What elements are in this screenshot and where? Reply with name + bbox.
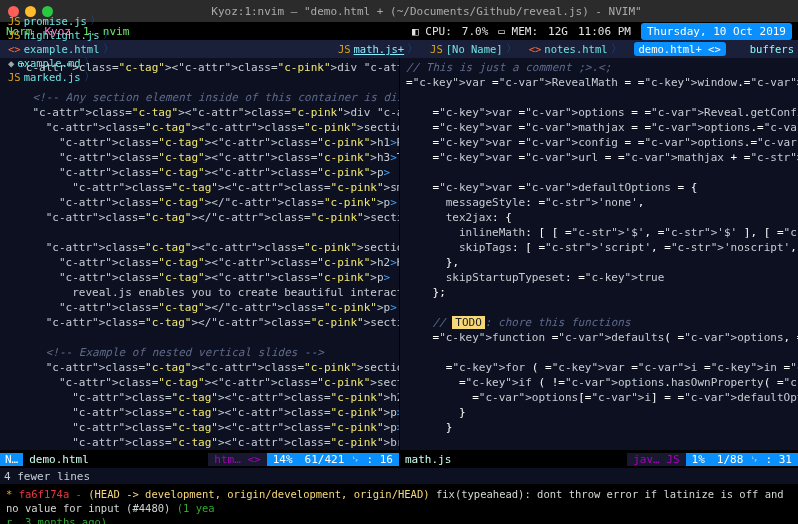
filetype-icon: <> (529, 43, 542, 55)
buffer-tab[interactable]: <>notes.html〉 (525, 42, 626, 56)
buffer-tab[interactable]: demo.html+ <> (630, 42, 730, 56)
left-filename: demo.html (23, 453, 95, 466)
date-badge: Thursday, 10 Oct 2019 (641, 23, 792, 40)
left-filetype: htm… <> (208, 453, 266, 466)
left-mode-badge: N… (0, 453, 23, 466)
cpu-value: 7.0% (462, 25, 489, 38)
right-percent: 1% (686, 453, 711, 466)
left-position: 61/421 ␊ : 16 (299, 453, 399, 466)
buffers-label: buffers (730, 43, 794, 55)
filetype-icon: JS (8, 15, 21, 27)
git-log-panel[interactable]: * fa6f174a - (HEAD -> development, origi… (0, 484, 798, 524)
vim-tabline: Norm Kyoz 1. nvim ◧ CPU: 7.0% ▭ MEM: 12G… (0, 22, 798, 40)
buffer-tab[interactable]: JShighlight.js〉 (4, 28, 118, 42)
right-filetype: jav… JS (627, 453, 685, 466)
filetype-icon: JS (430, 43, 443, 55)
git-log-line[interactable]: * fa6f174a - (HEAD -> development, origi… (6, 487, 792, 524)
clock: 11:06 PM (578, 25, 631, 38)
buffer-tab[interactable]: JSpromise.js〉 (4, 14, 118, 28)
right-pane[interactable]: // This is just a comment ;>.<;="c-key">… (399, 58, 798, 450)
right-filename: math.js (399, 453, 457, 466)
status-line: N… demo.html htm… <> 14% 61/421 ␊ : 16 m… (0, 450, 798, 468)
command-message: 4 fewer lines (0, 468, 798, 484)
window-titlebar: Kyoz:1:nvim — "demo.html + (~/Documents/… (0, 0, 798, 22)
window-title: Kyoz:1:nvim — "demo.html + (~/Documents/… (63, 5, 790, 18)
right-position: 1/88 ␊ : 31 (711, 453, 798, 466)
buffer-tab[interactable]: <>example.html〉 (4, 42, 118, 56)
buffer-tab[interactable]: JSmath.js+〉 (334, 42, 422, 56)
buffer-line: JSpromise.js〉JShighlight.js〉<>example.ht… (0, 40, 798, 58)
left-percent: 14% (267, 453, 299, 466)
filetype-icon: JS (338, 43, 351, 55)
editor-panes: "c-attr">class="c-tag"><"c-attr">class="… (0, 58, 798, 450)
filetype-icon: <> (8, 43, 21, 55)
buffer-tab[interactable]: JS[No Name]〉 (426, 42, 521, 56)
left-pane[interactable]: "c-attr">class="c-tag"><"c-attr">class="… (0, 58, 399, 450)
filetype-icon: JS (8, 29, 21, 41)
mem-label: ▭ MEM: (498, 25, 538, 38)
cpu-label: ◧ CPU: (412, 25, 452, 38)
mem-value: 12G (548, 25, 568, 38)
